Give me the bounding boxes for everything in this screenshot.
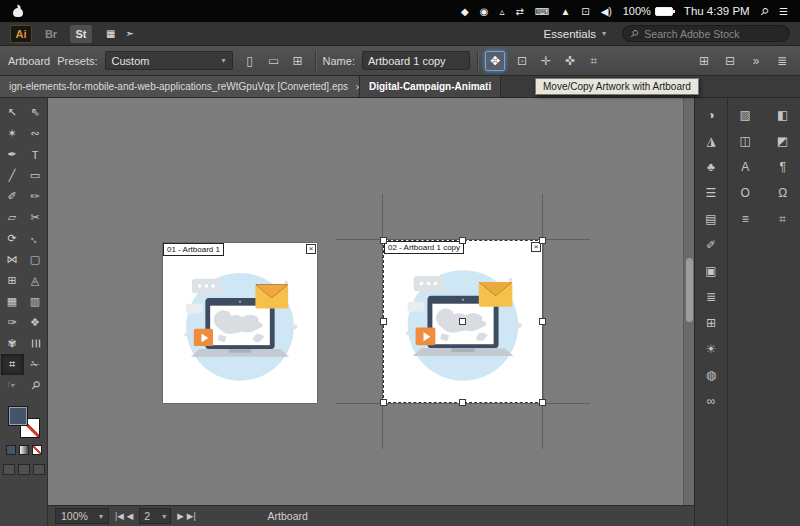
- artboard-number-dropdown[interactable]: 2 ▾: [139, 508, 171, 524]
- vertical-scrollbar[interactable]: [683, 98, 694, 505]
- selection-handle[interactable]: [380, 318, 387, 325]
- document-arrangement-icon[interactable]: ⊟: [720, 51, 740, 71]
- adobe-color-themes-icon[interactable]: ◧: [770, 103, 796, 126]
- artboard-tool[interactable]: ⌗: [1, 354, 24, 375]
- apple-menu-icon[interactable]: [12, 5, 24, 18]
- search-input[interactable]: [644, 28, 781, 40]
- color-guide-panel-icon[interactable]: ◮: [698, 129, 724, 152]
- rectangle-tool[interactable]: ▭: [24, 165, 47, 186]
- battery-indicator[interactable]: 100%: [623, 5, 673, 17]
- scrollbar-thumb[interactable]: [686, 258, 693, 322]
- eraser-tool[interactable]: ▱: [1, 207, 24, 228]
- artboard-label[interactable]: 02 - Artboard 1 copy: [384, 241, 464, 254]
- dropbox-icon[interactable]: ◆: [461, 6, 469, 17]
- bridge-app-icon[interactable]: Br: [40, 25, 62, 43]
- paintbrush-tool[interactable]: ✐: [1, 186, 24, 207]
- volume-icon[interactable]: ◀): [601, 6, 612, 17]
- stock-app-icon[interactable]: St: [70, 25, 92, 43]
- selection-handle[interactable]: [380, 399, 387, 406]
- artboard-close-icon[interactable]: ×: [306, 244, 316, 254]
- graphic-styles-panel-icon[interactable]: ▣: [698, 259, 724, 282]
- opentype-panel-icon[interactable]: O: [732, 181, 758, 204]
- zoom-dropdown[interactable]: 100% ▾: [55, 508, 109, 524]
- paragraph-panel-icon[interactable]: ¶: [770, 155, 796, 178]
- shape-builder-tool[interactable]: ⊞: [1, 270, 24, 291]
- gpu-performance-icon[interactable]: ➣: [125, 28, 133, 39]
- draw-inside-icon[interactable]: [33, 464, 45, 475]
- next-artboard-icon[interactable]: ▶: [177, 511, 184, 521]
- illustrator-app-icon[interactable]: Ai: [10, 25, 32, 43]
- mesh-tool[interactable]: ▦: [1, 291, 24, 312]
- gradient-button[interactable]: [19, 445, 29, 455]
- airdrop-icon[interactable]: ▵: [500, 6, 505, 17]
- wifi-icon[interactable]: ▲: [560, 6, 570, 17]
- previous-artboard-icon[interactable]: ◀: [127, 511, 134, 521]
- lasso-tool[interactable]: ∾: [24, 123, 47, 144]
- spotlight-icon[interactable]: ⚲: [758, 5, 771, 18]
- document-tab-digital-campaign[interactable]: Digital-Campaign-Animati: [360, 76, 501, 97]
- direct-selection-tool[interactable]: ⇖: [24, 102, 47, 123]
- selection-handle[interactable]: [459, 399, 466, 406]
- glyphs-panel-icon[interactable]: Ω: [770, 181, 796, 204]
- draw-normal-icon[interactable]: [3, 464, 15, 475]
- arrange-documents-icon[interactable]: ⊞: [694, 51, 714, 71]
- artboard-label[interactable]: 01 - Artboard 1: [163, 243, 224, 256]
- eyedropper-tool[interactable]: ✑: [1, 312, 24, 333]
- first-artboard-icon[interactable]: |◀: [115, 511, 124, 521]
- type-tool[interactable]: T: [24, 144, 47, 165]
- layout-switcher-icon[interactable]: ▦: [106, 28, 115, 39]
- airplay-display-icon[interactable]: ⊡: [581, 6, 589, 17]
- canvas[interactable]: 01 - Artboard 1 × 02 - Artboard 1 copy ×: [48, 98, 694, 505]
- new-artboard-icon[interactable]: ⊞: [288, 51, 308, 71]
- transform-panel-icon[interactable]: ⌗: [770, 207, 796, 230]
- links-panel-icon[interactable]: ∞: [698, 389, 724, 412]
- panel-menu-icon[interactable]: ≣: [772, 51, 792, 71]
- artboard-center-handle[interactable]: [459, 318, 466, 325]
- color-panel-icon[interactable]: ◑: [698, 103, 724, 126]
- selection-handle[interactable]: [459, 237, 466, 244]
- magic-wand-tool[interactable]: ✶: [1, 123, 24, 144]
- draw-behind-icon[interactable]: [18, 464, 30, 475]
- width-tool[interactable]: ⋈: [1, 249, 24, 270]
- pencil-tool[interactable]: ✏: [24, 186, 47, 207]
- document-tab-eps[interactable]: ign-elements-for-mobile-and-web-applicat…: [0, 76, 360, 97]
- layers-panel-icon[interactable]: ≣: [698, 285, 724, 308]
- selection-handle[interactable]: [539, 237, 546, 244]
- artboards-panel-icon[interactable]: ⊞: [698, 311, 724, 334]
- move-copy-artwork-button[interactable]: ✥: [485, 51, 505, 71]
- panel-toggle-icon[interactable]: »: [746, 51, 766, 71]
- artboard-2-selected[interactable]: 02 - Artboard 1 copy ×: [383, 240, 543, 403]
- symbol-libraries-icon[interactable]: ◩: [770, 129, 796, 152]
- presets-dropdown[interactable]: Custom ▾: [105, 51, 233, 70]
- stroke-panel-icon[interactable]: ☰: [698, 181, 724, 204]
- appearance-panel-icon[interactable]: ☀: [698, 337, 724, 360]
- landscape-orientation-icon[interactable]: ▭: [264, 51, 284, 71]
- none-button[interactable]: [32, 445, 42, 455]
- sync-arrows-icon[interactable]: ⇄: [516, 6, 524, 17]
- selection-handle[interactable]: [539, 318, 546, 325]
- color-button[interactable]: [6, 445, 16, 455]
- show-cross-hairs-icon[interactable]: ✜: [560, 51, 580, 71]
- selection-handle[interactable]: [380, 237, 387, 244]
- creative-cloud-icon[interactable]: ◉: [480, 6, 489, 17]
- artboard-name-input[interactable]: [362, 51, 470, 70]
- keyboard-icon[interactable]: ⌨: [535, 6, 549, 17]
- swatches-panel-icon[interactable]: ▤: [698, 207, 724, 230]
- brush-libraries-icon[interactable]: ◫: [732, 129, 758, 152]
- line-segment-tool[interactable]: ╱: [1, 165, 24, 186]
- blend-tool[interactable]: ❖: [24, 312, 47, 333]
- align-panel-icon[interactable]: ≡: [732, 207, 758, 230]
- symbol-sprayer-tool[interactable]: ✾: [1, 333, 24, 354]
- selection-handle[interactable]: [539, 399, 546, 406]
- column-graph-tool[interactable]: ☰: [25, 332, 46, 355]
- fill-color-swatch[interactable]: [8, 406, 28, 426]
- show-video-safe-areas-icon[interactable]: ⌗: [584, 51, 604, 71]
- artboard-options-icon[interactable]: ⊡: [512, 51, 532, 71]
- portrait-orientation-icon[interactable]: ▯: [240, 51, 260, 71]
- workspace-switcher[interactable]: Essentials ▾: [544, 28, 606, 40]
- menu-clock[interactable]: Thu 4:39 PM: [684, 5, 750, 17]
- selection-tool[interactable]: ↖: [1, 102, 24, 123]
- artboard-1[interactable]: 01 - Artboard 1 ×: [163, 243, 317, 403]
- pen-tool[interactable]: ✒: [1, 144, 24, 165]
- symbols-panel-icon[interactable]: ♣: [698, 155, 724, 178]
